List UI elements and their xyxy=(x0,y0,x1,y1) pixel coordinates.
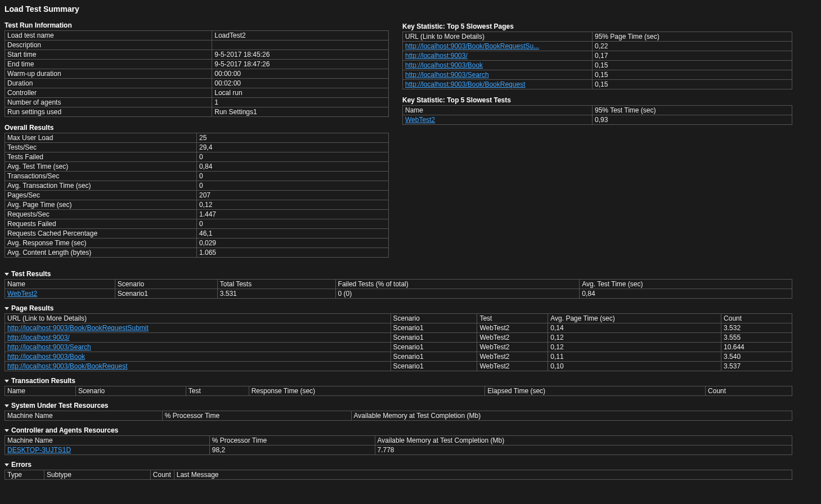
section-title: Key Statistic: Top 5 Slowest Tests xyxy=(402,96,792,104)
test-results-toggle[interactable]: Test Results xyxy=(5,270,792,278)
cell-value: 46,1 xyxy=(197,229,389,238)
cell-value: 0 xyxy=(197,152,389,162)
col-header: Type xyxy=(5,470,44,480)
errors-toggle[interactable]: Errors xyxy=(5,461,792,469)
detail-link[interactable]: http://localhost:9003/Book/BookRequest xyxy=(405,80,525,88)
detail-link[interactable]: http://localhost:9003/Search xyxy=(7,343,91,351)
detail-link[interactable]: DESKTOP-3UJTS1D xyxy=(7,446,71,454)
table-row: Run settings usedRun Settings1 xyxy=(5,107,389,117)
detail-link[interactable]: WebTest2 xyxy=(7,290,37,298)
table-header-row: Type Subtype Count Last Message xyxy=(5,470,792,480)
controller-resources-toggle[interactable]: Controller and Agents Resources xyxy=(5,426,792,434)
cell-value: 29,4 xyxy=(197,143,389,152)
cell-value xyxy=(212,40,389,50)
page-results-toggle[interactable]: Page Results xyxy=(5,304,792,312)
chevron-down-icon xyxy=(5,380,9,382)
col-header: Last Message xyxy=(174,470,792,480)
cell-value: 00:02:00 xyxy=(212,79,389,88)
cell: Scenario1 xyxy=(115,289,217,299)
col-header: Count xyxy=(150,470,174,480)
table-row: Max User Load25 xyxy=(5,133,389,143)
col-header: Failed Tests (% of total) xyxy=(335,280,580,289)
table-header-row: Name 95% Test Time (sec) xyxy=(403,106,792,115)
col-header: Scenario xyxy=(75,386,186,396)
cell: 0,12 xyxy=(548,343,721,352)
table-header-row: Machine Name % Processor Time Available … xyxy=(5,436,792,446)
col-header: % Processor Time xyxy=(209,436,375,446)
col-header: Name xyxy=(403,106,593,115)
cell: Scenario1 xyxy=(391,323,477,333)
cell-value: Run Settings1 xyxy=(212,107,389,117)
section-title: Key Statistic: Top 5 Slowest Pages xyxy=(402,22,792,30)
col-header: Total Tests xyxy=(217,280,335,289)
detail-link[interactable]: http://localhost:9003/Book/BookRequest xyxy=(7,362,127,370)
table-row: WebTest20,93 xyxy=(403,115,792,125)
controller-resources-table: Machine Name % Processor Time Available … xyxy=(5,435,792,455)
col-header: Available Memory at Test Completion (Mb) xyxy=(351,411,792,421)
cell-label: Requests Cached Percentage xyxy=(5,229,197,238)
cell-label: Avg. Content Length (bytes) xyxy=(5,248,197,258)
col-header: Avg. Test Time (sec) xyxy=(580,280,792,289)
cell-value: 0 xyxy=(197,219,389,229)
col-header: Avg. Page Time (sec) xyxy=(548,314,721,323)
cell-label: Run settings used xyxy=(5,107,212,117)
cell-value: 25 xyxy=(197,133,389,143)
detail-link[interactable]: http://localhost:9003/Book xyxy=(405,61,483,69)
col-header: Scenario xyxy=(115,280,217,289)
detail-link[interactable]: http://localhost:9003/ xyxy=(405,52,468,60)
cell-label: Requests/Sec xyxy=(5,210,197,219)
table-row: http://localhost:9003/SearchScenario1Web… xyxy=(5,343,792,352)
cell-label: Transactions/Sec xyxy=(5,172,197,181)
cell-link: http://localhost:9003/Book/BookRequestSu… xyxy=(403,42,593,51)
table-row: http://localhost:9003/0,17 xyxy=(403,51,792,61)
section-title: Errors xyxy=(11,461,32,469)
chevron-down-icon xyxy=(5,307,9,310)
table-row: WebTest2Scenario13.5310 (0)0,84 xyxy=(5,289,792,299)
cell-value: 0,12 xyxy=(197,200,389,210)
transaction-results-toggle[interactable]: Transaction Results xyxy=(5,377,792,385)
cell: 0,11 xyxy=(548,352,721,362)
table-row: http://localhost:9003/Book/BookRequest0,… xyxy=(403,80,792,89)
table-row: http://localhost:9003/Book/BookRequestSc… xyxy=(5,362,792,371)
cell-label: Pages/Sec xyxy=(5,191,197,200)
detail-link[interactable]: http://localhost:9003/ xyxy=(7,334,70,341)
table-row: http://localhost:9003/Book0,15 xyxy=(403,61,792,70)
col-header: Response Time (sec) xyxy=(249,386,485,396)
table-row: End time9-5-2017 18:47:26 xyxy=(5,60,389,69)
col-header: Name xyxy=(5,386,76,396)
cell-label: Duration xyxy=(5,79,212,88)
system-resources-table: Machine Name % Processor Time Available … xyxy=(5,411,792,421)
detail-link[interactable]: http://localhost:9003/Book xyxy=(7,353,85,361)
detail-link[interactable]: WebTest2 xyxy=(405,116,435,124)
table-row: http://localhost:9003/Search0,15 xyxy=(403,70,792,80)
col-header: 95% Page Time (sec) xyxy=(593,32,792,42)
col-header: 95% Test Time (sec) xyxy=(593,106,792,115)
table-row: Avg. Transaction Time (sec)0 xyxy=(5,181,389,191)
col-header: Count xyxy=(706,386,792,396)
detail-link[interactable]: http://localhost:9003/Book/BookRequestSu… xyxy=(7,324,149,332)
cell: 0,84 xyxy=(580,289,792,299)
cell-value: 1.065 xyxy=(197,248,389,258)
cell-label: Warm-up duration xyxy=(5,69,212,79)
detail-link[interactable]: http://localhost:9003/Book/BookRequestSu… xyxy=(405,42,539,50)
cell-link: http://localhost:9003/Search xyxy=(5,343,391,352)
cell-label: Avg. Response Time (sec) xyxy=(5,238,197,248)
chevron-down-icon xyxy=(5,429,9,432)
cell: WebTest2 xyxy=(477,343,548,352)
cell: 0,15 xyxy=(593,61,792,70)
cell-label: Description xyxy=(5,40,212,50)
system-resources-toggle[interactable]: System Under Test Resources xyxy=(5,402,792,410)
cell-label: Avg. Transaction Time (sec) xyxy=(5,181,197,191)
cell-value: LoadTest2 xyxy=(212,31,389,40)
col-header: Test xyxy=(477,314,548,323)
cell-link: http://localhost:9003/Book xyxy=(403,61,593,70)
table-row: Requests Cached Percentage46,1 xyxy=(5,229,389,238)
detail-link[interactable]: http://localhost:9003/Search xyxy=(405,71,489,79)
transaction-results-table: Name Scenario Test Response Time (sec) E… xyxy=(5,386,792,396)
table-row: http://localhost:9003/BookScenario1WebTe… xyxy=(5,352,792,362)
cell: 0,17 xyxy=(593,51,792,61)
cell: 98,2 xyxy=(209,446,375,455)
slowest-pages-table: URL (Link to More Details) 95% Page Time… xyxy=(402,32,792,89)
cell: Scenario1 xyxy=(391,333,477,343)
cell-link: http://localhost:9003/Book/BookRequest xyxy=(403,80,593,89)
